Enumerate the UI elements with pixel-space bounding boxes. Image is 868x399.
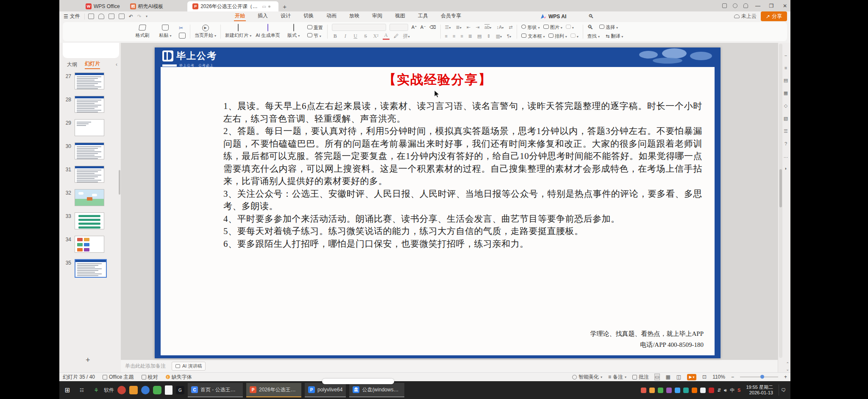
section-button[interactable]: 节 ▾ xyxy=(307,33,323,39)
more-tools-icon[interactable]: … xyxy=(784,153,788,159)
ribbon-tab-1[interactable]: 开始 xyxy=(234,11,246,21)
slideshow-play-button[interactable]: ▶▾ xyxy=(687,374,696,380)
ribbon-tab-5[interactable]: 动画 xyxy=(326,11,337,21)
pinned-app-software[interactable]: ⚘软件 xyxy=(91,385,114,396)
notes-toggle-button[interactable]: ≡备注▾ xyxy=(608,374,626,381)
ribbon-tab-4[interactable]: 切换 xyxy=(303,11,314,21)
picture-button[interactable]: 图片 ▾ xyxy=(543,24,562,31)
convert-text-icon[interactable]: ⇄ xyxy=(509,25,512,30)
tab-wps-office[interactable]: W WPS Office xyxy=(81,1,125,11)
italic-button[interactable]: I xyxy=(342,33,349,39)
slide-thumbnail-34[interactable] xyxy=(75,236,104,253)
tab-document[interactable]: P 2026年公选王公开课（武汉… ▭ xyxy=(187,1,278,11)
increase-indent-icon[interactable]: ⇥ xyxy=(476,25,479,30)
previous-slide-icon[interactable]: ⌃ xyxy=(786,362,789,366)
find-button[interactable]: 查找 ▾ xyxy=(587,33,600,39)
slide-content-area[interactable]: 【实战经验分享】 1、晨读。每天早上6点左右起来晨读，读素材、读习言习语、读名言… xyxy=(161,67,715,355)
proofing-button[interactable]: 校对 xyxy=(142,374,158,381)
justify-icon[interactable]: ≣ xyxy=(468,33,472,39)
network-icon[interactable]: ⇵ xyxy=(717,388,721,393)
translate-button[interactable]: ⇆ 翻译 ▾ xyxy=(606,33,623,39)
tray-app-icon-7[interactable] xyxy=(658,388,663,393)
theme-button[interactable]: Office 主题 xyxy=(103,374,134,381)
minimize-button[interactable]: — xyxy=(754,3,762,9)
taskbar-window-3[interactable]: Ppolyvlive64 xyxy=(305,383,346,397)
object-properties-icon[interactable]: ≡ xyxy=(785,65,787,70)
slide-thumbnail-35[interactable] xyxy=(75,259,107,278)
paragraph-settings-icon[interactable]: ¶▾ xyxy=(507,33,511,39)
file-menu-button[interactable]: ☰ 文件 xyxy=(59,13,84,20)
format-painter-button[interactable]: 格式刷 xyxy=(133,25,152,39)
cloud-sync-status[interactable]: 未上云 xyxy=(734,13,757,20)
undo-icon[interactable]: ↶ xyxy=(129,14,133,20)
print-icon[interactable] xyxy=(108,14,114,19)
taskbar-window-1[interactable]: C首页 - 公选王教… xyxy=(188,383,243,397)
font-name-input[interactable] xyxy=(332,24,386,31)
ai-speech-script-button[interactable]: AI 演讲稿 xyxy=(172,362,206,371)
notification-mute-icon[interactable] xyxy=(743,3,748,8)
smart-beautify-button[interactable]: 智能美化▾ xyxy=(572,374,602,381)
decrease-font-icon[interactable]: A⁻ xyxy=(420,25,426,30)
superscript-button[interactable]: X² xyxy=(373,33,379,39)
next-slide-icon[interactable]: ⌄ xyxy=(786,367,789,371)
missing-font-warning[interactable]: !缺失字体 xyxy=(166,374,192,381)
slide-thumbnail-32[interactable] xyxy=(75,189,104,206)
numbered-list-icon[interactable]: ≣▾ xyxy=(456,25,461,30)
design-tools-icon[interactable]: ▦ xyxy=(784,90,788,96)
ime-indicator[interactable]: 中 xyxy=(730,387,734,393)
task-view-icon[interactable]: ☷ xyxy=(76,385,87,396)
tray-app-icon-6[interactable] xyxy=(666,388,672,393)
ribbon-tab-7[interactable]: 审阅 xyxy=(371,11,383,21)
slide-sorter-view-icon[interactable]: ▦ xyxy=(665,374,670,380)
volume-icon[interactable]: 🔊︎ xyxy=(724,388,727,393)
redo-icon[interactable]: ↷ xyxy=(137,14,142,20)
wps-ai-button[interactable]: WPS AI xyxy=(541,14,566,20)
slide-thumbnail-29[interactable] xyxy=(75,119,104,136)
textbox-button[interactable]: 文本框 ▾ xyxy=(521,33,545,39)
align-center-icon[interactable]: ≡ xyxy=(453,33,455,39)
taskbar-clock[interactable]: 19:55 星期二 2026-01-13 xyxy=(746,385,773,396)
outline-pane-icon[interactable]: ☰ xyxy=(784,128,788,134)
share-button[interactable]: ↗ 分享 xyxy=(761,11,787,21)
collapse-sidebar-icon[interactable]: − xyxy=(785,53,787,58)
add-slide-button[interactable]: + xyxy=(86,356,90,365)
select-button[interactable]: 选择 ▾ xyxy=(599,24,618,31)
font-color-button[interactable]: A xyxy=(383,32,389,40)
copy-icon[interactable] xyxy=(179,33,186,39)
slide-body-text[interactable]: 1、晨读。每天早上6点左右起来晨读，读素材、读习言习语、读名言警句，读昨天答完题… xyxy=(223,100,702,250)
ribbon-tab-6[interactable]: 放映 xyxy=(348,11,360,21)
reset-slide-button[interactable]: 重置 xyxy=(307,25,323,31)
ribbon-tab-9[interactable]: 工具 xyxy=(417,11,429,21)
decrease-indent-icon[interactable]: ⇤ xyxy=(467,25,470,30)
slide-thumbnail-27[interactable] xyxy=(75,73,104,89)
slide-thumbnail-33[interactable] xyxy=(75,212,104,229)
ribbon-tab-3[interactable]: 设计 xyxy=(280,11,292,21)
slide-thumbnail-31[interactable] xyxy=(75,166,104,183)
start-button[interactable]: ⊞ xyxy=(62,385,73,396)
pinned-app-blue-chat-icon[interactable] xyxy=(141,386,150,394)
security-tray-icon[interactable]: S xyxy=(737,388,740,393)
notes-placeholder[interactable]: 单击此处添加备注 xyxy=(125,363,166,370)
pinned-app-wechat-icon[interactable] xyxy=(153,386,161,394)
highlight-color-button[interactable]: 🖉︎ xyxy=(393,33,400,39)
distribute-icon[interactable]: ▤ xyxy=(477,33,481,39)
zoom-slider[interactable] xyxy=(740,377,778,377)
tray-app-icon-3[interactable] xyxy=(692,388,697,393)
tab-slides[interactable]: 幻灯片 xyxy=(85,60,100,69)
restore-button[interactable]: ❐ xyxy=(768,3,775,9)
collapse-panel-icon[interactable]: ‹ xyxy=(116,61,117,67)
save-icon[interactable] xyxy=(88,14,94,19)
quickbar-more-icon[interactable]: ▾ xyxy=(146,14,147,18)
tab-docer-ai-template[interactable]: 稻 稻壳AI模板 xyxy=(125,1,168,11)
slide-editing-area[interactable]: 毕上公考 毕上公考 公考必上 【实战经验分享】 1、晨读。每天早上6点左右起来晨… xyxy=(121,43,778,360)
pinyin-guide-button[interactable]: 拼▾ xyxy=(403,33,410,40)
arrange-button[interactable]: 排列 ▾ xyxy=(548,33,567,39)
cut-icon[interactable]: ✂ xyxy=(179,25,186,31)
skin-settings-icon[interactable] xyxy=(733,3,737,8)
increase-font-icon[interactable]: A⁺ xyxy=(412,25,417,30)
slide-thumbnail-30[interactable] xyxy=(75,142,104,159)
tray-app-icon-1[interactable] xyxy=(709,388,714,393)
tray-app-icon-9[interactable] xyxy=(641,388,646,393)
clear-format-icon[interactable]: ⌫ xyxy=(429,25,436,30)
layout-button[interactable]: 版式 ▾ xyxy=(284,25,303,39)
